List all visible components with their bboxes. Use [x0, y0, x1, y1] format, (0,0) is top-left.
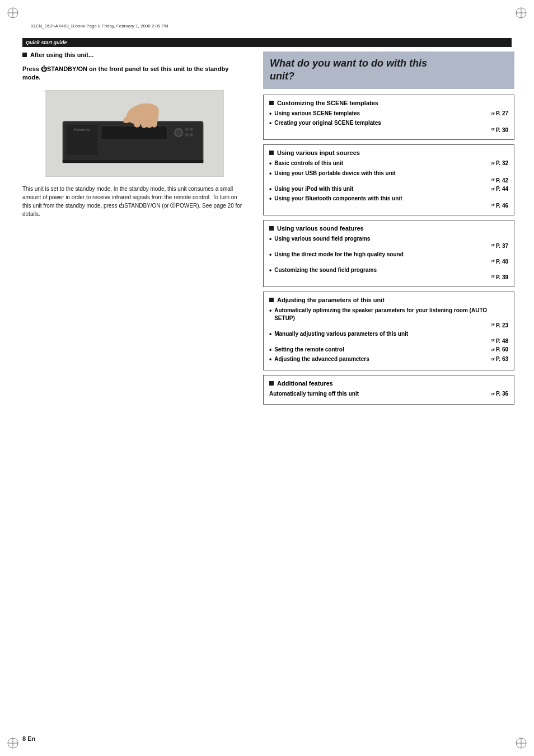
item-text: Basic controls of this unit — [274, 159, 489, 167]
heading-sq-icon — [269, 226, 274, 231]
item-text: Using the direct mode for the high quali… — [274, 251, 508, 259]
list-item: • Using your Bluetooth components with t… — [269, 195, 508, 209]
press-text: Press ⏻STANDBY/ON on the front panel to … — [22, 65, 246, 82]
bullet-icon: • — [269, 266, 271, 274]
item-text: Customizing the sound field programs — [274, 266, 508, 274]
item-text: Using various SCENE templates — [274, 110, 489, 118]
page-ref: ☞P. 60 — [491, 346, 508, 354]
list-item: • Using various SCENE templates ☞P. 27 — [269, 110, 508, 118]
bullet-icon: • — [269, 185, 271, 193]
item-text: Using your Bluetooth components with thi… — [274, 195, 508, 203]
file-info: 01EN_DSP-AX463_B.book Page 8 Friday, Feb… — [31, 24, 168, 29]
header-bar-text: Quick start guide — [26, 40, 67, 45]
heading-sq-icon — [269, 151, 274, 155]
item-text: Using your iPod with this unit — [274, 185, 489, 193]
title-box: What do you want to do with this unit? — [263, 51, 514, 89]
item-text: Setting the remote control — [274, 346, 489, 354]
page: 01EN_DSP-AX463_B.book Page 8 Friday, Feb… — [0, 0, 534, 756]
page-ref: ☞P. 42 — [274, 177, 508, 184]
section-params: Adjusting the parameters of this unit • … — [263, 292, 514, 370]
heading-sq-icon — [269, 298, 274, 302]
page-ref: ☞P. 27 — [491, 110, 508, 118]
svg-point-21 — [190, 128, 193, 131]
bullet-icon: • — [269, 330, 271, 338]
bullet-icon: • — [269, 307, 271, 314]
item-wrap-content: Manually adjusting various parameters of… — [274, 330, 508, 344]
device-image: ®YAMAHA — [45, 90, 224, 177]
corner-mark-tl — [7, 7, 19, 19]
body-text: This unit is set to the standby mode. In… — [22, 185, 246, 218]
section-scene-heading: Customizing the SCENE templates — [269, 100, 508, 106]
item-wrap-content: Automatically optimizing the speaker par… — [274, 307, 508, 328]
heading-sq-icon — [269, 101, 274, 105]
page-ref: ☞P. 63 — [491, 355, 508, 363]
svg-rect-24 — [63, 160, 204, 163]
bullet-icon: • — [269, 119, 271, 127]
list-item: Automatically turning off this unit ☞P. … — [269, 390, 508, 398]
item-wrap-content: Creating your original SCENE templates ☞… — [274, 119, 508, 133]
section-params-heading: Adjusting the parameters of this unit — [269, 297, 508, 303]
item-text: Using your USB portable device with this… — [274, 170, 508, 177]
page-ref: ☞P. 46 — [274, 203, 508, 209]
list-item: • Adjusting the advanced parameters ☞P. … — [269, 355, 508, 363]
item-text: Automatically turning off this unit — [269, 390, 489, 398]
item-text: Creating your original SCENE templates — [274, 119, 508, 127]
list-item: • Setting the remote control ☞P. 60 — [269, 346, 508, 354]
svg-point-23 — [190, 133, 193, 137]
left-column: After using this unit... Press ⏻STANDBY/… — [22, 51, 246, 728]
after-using-heading: After using this unit... — [22, 51, 246, 58]
section-input-heading: Using various input sources — [269, 149, 508, 156]
page-ref: ☞P. 32 — [491, 159, 508, 167]
right-column: What do you want to do with this unit? C… — [263, 51, 514, 728]
section-sound: Using various sound features • Using var… — [263, 220, 514, 287]
item-wrap-content: Using your Bluetooth components with thi… — [274, 195, 508, 209]
item-wrap-content: Using various sound field programs ☞P. 3… — [274, 235, 508, 249]
item-wrap-content: Customizing the sound field programs ☞P.… — [274, 266, 508, 280]
list-item: • Using various sound field programs ☞P.… — [269, 235, 508, 249]
bullet-icon: • — [269, 355, 271, 363]
item-text: Automatically optimizing the speaker par… — [274, 307, 508, 322]
heading-sq-icon — [269, 381, 274, 386]
item-wrap-content: Using the direct mode for the high quali… — [274, 251, 508, 265]
page-ref: ☞P. 48 — [274, 338, 508, 344]
svg-point-19 — [175, 129, 182, 136]
bullet-icon: • — [269, 235, 271, 243]
bullet-icon: • — [269, 346, 271, 354]
list-item: • Basic controls of this unit ☞P. 32 — [269, 159, 508, 167]
bullet-icon: • — [269, 110, 271, 118]
page-ref: ☞P. 39 — [274, 274, 508, 280]
bullet-icon: • — [269, 195, 271, 203]
list-item: • Using the direct mode for the high qua… — [269, 251, 508, 265]
item-wrap-content: Using your USB portable device with this… — [274, 170, 508, 184]
section-additional-heading: Additional features — [269, 380, 508, 387]
page-ref: ☞P. 40 — [274, 259, 508, 265]
list-item: • Manually adjusting various parameters … — [269, 330, 508, 344]
section-scene: Customizing the SCENE templates • Using … — [263, 95, 514, 140]
svg-rect-17 — [101, 126, 167, 140]
list-item: • Automatically optimizing the speaker p… — [269, 307, 508, 328]
list-item: • Customizing the sound field programs ☞… — [269, 266, 508, 280]
bullet-icon: • — [269, 170, 271, 177]
corner-mark-tr — [515, 7, 527, 19]
page-ref: ☞P. 36 — [491, 390, 508, 398]
bullet-icon: • — [269, 251, 271, 259]
list-item: • Using your USB portable device with th… — [269, 170, 508, 184]
corner-mark-br — [515, 737, 527, 749]
header-bar: Quick start guide — [22, 38, 512, 47]
page-ref: ☞P. 44 — [491, 185, 508, 193]
title-text: What do you want to do with this unit? — [270, 57, 508, 83]
page-number: 8 En — [22, 735, 35, 742]
item-text: Using various sound field programs — [274, 235, 508, 243]
item-text: Adjusting the advanced parameters — [274, 355, 489, 363]
section-sound-heading: Using various sound features — [269, 225, 508, 232]
page-ref: ☞P. 23 — [274, 322, 508, 328]
list-item: • Creating your original SCENE templates… — [269, 119, 508, 133]
page-ref: ☞P. 37 — [274, 243, 508, 249]
svg-point-22 — [185, 133, 189, 137]
list-item: • Using your iPod with this unit ☞P. 44 — [269, 185, 508, 193]
bullet-icon: • — [269, 159, 271, 167]
section-input: Using various input sources • Basic cont… — [263, 144, 514, 215]
heading-square-icon — [22, 53, 27, 57]
corner-mark-bl — [7, 737, 19, 749]
section-additional: Additional features Automatically turnin… — [263, 375, 514, 405]
